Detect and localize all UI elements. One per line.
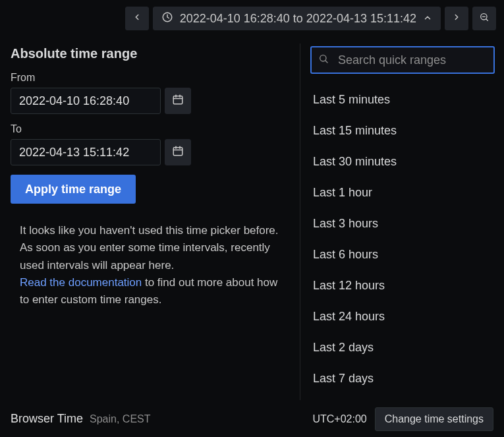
from-label: From: [11, 72, 289, 84]
svg-rect-4: [173, 96, 182, 104]
quick-range-item[interactable]: Last 5 minutes: [310, 84, 495, 115]
to-calendar-button[interactable]: [165, 139, 191, 165]
utc-offset: UTC+02:00: [312, 413, 366, 425]
time-picker-body: Absolute time range From To: [0, 37, 504, 400]
time-range-display[interactable]: 2022-04-10 16:28:40 to 2022-04-13 15:11:…: [153, 7, 441, 30]
clock-icon: [161, 11, 173, 26]
time-range-text: 2022-04-10 16:28:40 to 2022-04-13 15:11:…: [180, 12, 416, 26]
quick-range-item[interactable]: Last 12 hours: [310, 270, 495, 301]
absolute-range-heading: Absolute time range: [11, 46, 289, 61]
search-wrap: [310, 46, 495, 74]
svg-rect-8: [173, 148, 182, 156]
absolute-range-pane: Absolute time range From To: [0, 37, 300, 400]
zoom-out-button[interactable]: [472, 7, 496, 30]
to-field: To: [11, 123, 289, 165]
documentation-link[interactable]: Read the documentation: [20, 276, 142, 289]
search-icon: [318, 53, 329, 67]
quick-range-item[interactable]: Last 15 minutes: [310, 115, 495, 146]
footer-right: UTC+02:00 Change time settings: [312, 407, 493, 431]
svg-line-13: [325, 61, 327, 63]
recently-used-hint: It looks like you haven't used this time…: [11, 213, 289, 312]
quick-range-item[interactable]: Last 3 hours: [310, 208, 495, 239]
apply-time-range-button[interactable]: Apply time range: [11, 175, 136, 204]
chevron-right-icon: [452, 13, 461, 24]
quick-range-item[interactable]: Last 30 minutes: [310, 146, 495, 177]
pane-divider: [300, 44, 300, 400]
time-toolbar: 2022-04-10 16:28:40 to 2022-04-13 15:11:…: [0, 0, 504, 37]
quick-range-item[interactable]: Last 2 days: [310, 332, 495, 363]
quick-range-list: Last 5 minutes Last 15 minutes Last 30 m…: [310, 84, 495, 394]
change-time-settings-button[interactable]: Change time settings: [375, 407, 493, 431]
chevron-up-icon: [423, 12, 432, 26]
search-quick-ranges-input[interactable]: [310, 46, 495, 74]
chevron-left-icon: [132, 13, 142, 24]
next-range-button[interactable]: [445, 7, 468, 30]
from-input[interactable]: [11, 88, 161, 114]
footer-left: Browser Time Spain, CEST: [11, 412, 151, 426]
quick-range-item[interactable]: Last 1 hour: [310, 177, 495, 208]
from-calendar-button[interactable]: [165, 88, 191, 114]
svg-line-3: [486, 19, 488, 21]
to-input[interactable]: [11, 139, 161, 165]
quick-range-item[interactable]: Last 6 hours: [310, 239, 495, 270]
from-field: From: [11, 72, 289, 114]
browser-time-label: Browser Time: [11, 412, 83, 426]
time-picker-footer: Browser Time Spain, CEST UTC+02:00 Chang…: [0, 400, 504, 437]
prev-range-button[interactable]: [125, 7, 149, 30]
quick-range-item[interactable]: Last 7 days: [310, 363, 495, 394]
zoom-out-icon: [479, 12, 490, 25]
quick-ranges-pane: Last 5 minutes Last 15 minutes Last 30 m…: [300, 37, 504, 400]
calendar-icon: [172, 94, 184, 108]
quick-range-item[interactable]: Last 24 hours: [310, 301, 495, 332]
hint-text-1: It looks like you haven't used this time…: [20, 224, 279, 272]
browser-time-value: Spain, CEST: [90, 413, 150, 425]
to-label: To: [11, 123, 289, 135]
calendar-icon: [172, 145, 184, 160]
